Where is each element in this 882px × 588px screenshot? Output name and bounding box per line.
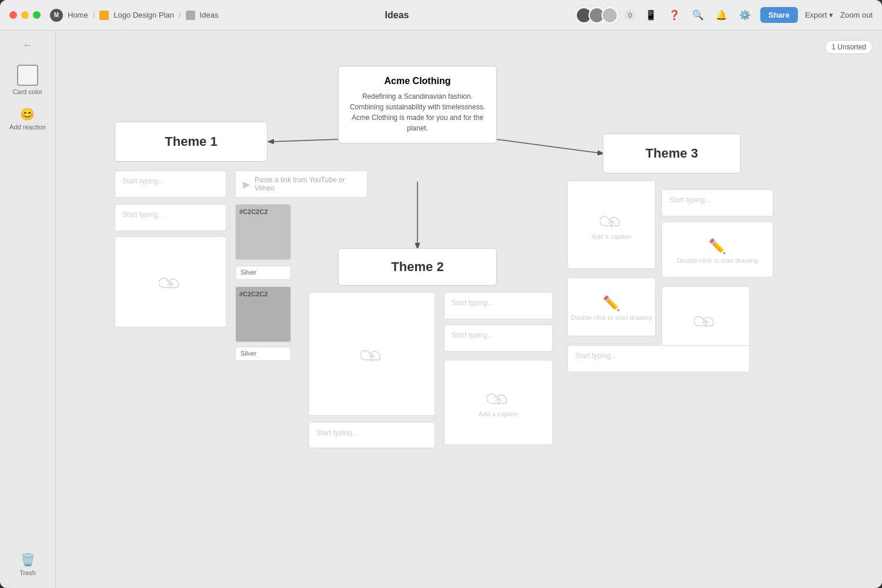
counter-badge: 0 (625, 11, 636, 20)
sidebar-card-color[interactable]: Card color (8, 60, 48, 100)
sidebar-add-reaction[interactable]: 😊 Add reaction (5, 102, 51, 135)
theme2-text-card-r2[interactable]: Start typing... (444, 325, 553, 352)
draw-icon-2: ✏️ (603, 295, 620, 312)
central-card-description: Redefining a Scandinavian fashion. Combi… (348, 91, 487, 133)
title-bar: M Home / Logo Design Plan / Ideas Ideas … (0, 0, 882, 31)
draw-icon-1: ✏️ (709, 238, 726, 255)
theme2-text-card-r1[interactable]: Start typing... (444, 292, 553, 319)
video-icon: ▶ (243, 179, 250, 190)
notifications-icon-button[interactable]: 🔔 (713, 7, 730, 23)
theme3-upload-card[interactable]: Add a caption (567, 181, 656, 269)
home-icon[interactable]: M (50, 9, 63, 22)
theme1-placeholder-2: Start typing... (115, 205, 226, 225)
caption-placeholder: Add a caption (479, 410, 518, 417)
swatch2-hex: #C2C2C2 (239, 290, 268, 298)
search-icon-button[interactable]: 🔍 (690, 7, 706, 23)
swatch-card-2: #C2C2C2 (235, 286, 291, 342)
settings-icon-button[interactable]: ⚙️ (737, 7, 753, 23)
traffic-lights (9, 11, 41, 19)
avatar-group (576, 7, 618, 24)
svg-line-2 (497, 139, 603, 153)
avatar-3 (602, 7, 618, 24)
app-window: M Home / Logo Design Plan / Ideas Ideas … (0, 0, 882, 588)
theme3-text-card-1[interactable]: Start typing... (662, 189, 773, 216)
video-link-card[interactable]: ▶ Paste a link from YouTube or Vimeo (235, 171, 368, 198)
share-button[interactable]: Share (760, 7, 798, 23)
theme2-label: Theme 2 (391, 259, 443, 275)
swatch-card-1: #C2C2C2 (235, 204, 291, 260)
help-icon-button[interactable]: ❓ (666, 7, 683, 23)
theme2-card[interactable]: Theme 2 (338, 248, 497, 286)
theme3-label: Theme 3 (646, 146, 698, 161)
trash-label: Trash (19, 569, 36, 576)
central-card-title: Acme Clothing (348, 76, 487, 86)
svg-line-0 (269, 139, 338, 142)
theme1-placeholder-1: Start typing... (115, 171, 226, 191)
card-color-icon (17, 65, 38, 86)
breadcrumb-ideas[interactable]: Ideas (200, 11, 219, 19)
upload-cloud-icon-2 (360, 344, 384, 365)
theme2-upload-card[interactable] (309, 292, 435, 416)
minimize-button[interactable] (21, 11, 29, 19)
theme3-caption: Add a caption (592, 233, 631, 240)
theme3-draw-card-1[interactable]: ✏️ Double-click to start drawing (662, 222, 773, 278)
phone-icon-button[interactable]: 📱 (643, 7, 659, 23)
theme1-upload-card[interactable] (115, 236, 226, 328)
central-card[interactable]: Acme Clothing Redefining a Scandinavian … (338, 66, 497, 143)
upload-cloud-icon-5 (694, 310, 717, 330)
breadcrumb-plan[interactable]: Logo Design Plan (113, 11, 174, 19)
card-color-label: Card color (13, 88, 43, 95)
swatch1-label: Silver (235, 266, 291, 280)
theme3-card[interactable]: Theme 3 (603, 133, 741, 173)
left-sidebar: ← Card color 😊 Add reaction 🗑️ Trash (0, 31, 56, 588)
upload-cloud-icon-4 (600, 210, 623, 230)
export-button[interactable]: Export ▾ (805, 11, 833, 19)
theme2-placeholder: Start typing... (309, 423, 435, 443)
close-button[interactable] (9, 11, 17, 19)
logo-plan-icon (99, 11, 109, 20)
theme2-r1-placeholder: Start typing... (445, 293, 552, 313)
main-layout: ← Card color 😊 Add reaction 🗑️ Trash 1 U… (0, 31, 882, 588)
trash-icon: 🗑️ (21, 553, 35, 567)
theme2-text-card[interactable]: Start typing... (309, 422, 435, 448)
video-placeholder: Paste a link from YouTube or Vimeo (255, 176, 360, 192)
upload-cloud-icon-1 (159, 272, 182, 292)
theme3-placeholder-2: Start typing... (568, 346, 749, 366)
theme1-label: Theme 1 (165, 134, 217, 149)
theme3-text-card-2[interactable]: Start typing... (567, 345, 750, 372)
theme1-text-card-2[interactable]: Start typing... (115, 204, 226, 231)
add-reaction-label: Add reaction (9, 123, 46, 131)
canvas-area[interactable]: 1 Unsorted Acme Clothing Redefining a Sc (56, 31, 882, 588)
sidebar-back-button[interactable]: ← (21, 38, 35, 53)
reaction-icon: 😊 (20, 107, 35, 121)
title-right-actions: 0 📱 ❓ 🔍 🔔 ⚙️ Share Export ▾ Zoom out (576, 7, 873, 24)
breadcrumb-home[interactable]: Home (68, 11, 88, 19)
theme1-card[interactable]: Theme 1 (115, 122, 268, 162)
draw-label-2: Double-click to start drawing (571, 314, 652, 321)
theme2-r2-placeholder: Start typing... (445, 325, 552, 345)
unsorted-badge: 1 Unsorted (825, 40, 873, 54)
swatch1-hex: #C2C2C2 (239, 208, 268, 215)
theme1-text-card-1[interactable]: Start typing... (115, 171, 226, 198)
ideas-icon (186, 11, 195, 20)
theme3-upload-card-2[interactable] (662, 286, 750, 354)
swatch2-label: Silver (235, 347, 291, 361)
page-title: Ideas (218, 10, 575, 21)
trash-area[interactable]: 🗑️ Trash (19, 553, 36, 576)
theme2-image-card[interactable]: Add a caption (444, 360, 553, 445)
maximize-button[interactable] (33, 11, 41, 19)
zoom-out-button[interactable]: Zoom out (840, 11, 873, 19)
upload-cloud-icon-3 (487, 387, 510, 408)
breadcrumb: M Home / Logo Design Plan / Ideas (50, 9, 218, 22)
theme3-draw-card-2[interactable]: ✏️ Double-click to start drawing (567, 278, 656, 336)
theme3-placeholder-1: Start typing... (662, 190, 773, 210)
draw-label-1: Double-click to start drawing (677, 257, 758, 264)
